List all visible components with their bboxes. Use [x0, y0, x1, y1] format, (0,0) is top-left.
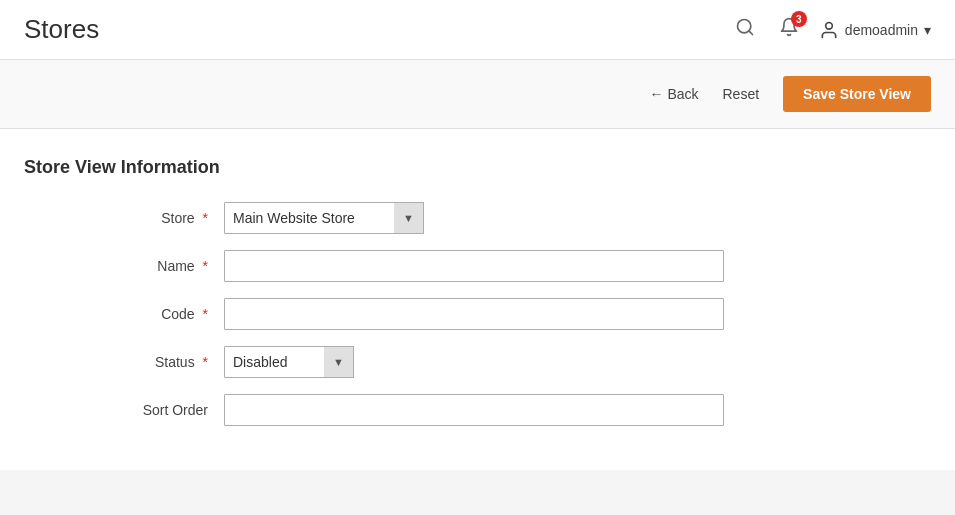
store-required-mark: * — [203, 210, 208, 226]
store-select[interactable]: Main Website Store — [224, 202, 424, 234]
code-field-row: Code * — [24, 298, 931, 330]
name-field-row: Name * — [24, 250, 931, 282]
store-field-row: Store * Main Website Store ▼ — [24, 202, 931, 234]
page-title: Stores — [24, 14, 99, 45]
search-button[interactable] — [731, 13, 759, 46]
notification-button[interactable]: 3 — [775, 13, 803, 46]
notification-badge: 3 — [791, 11, 807, 27]
status-field-row: Status * Disabled Enabled ▼ — [24, 346, 931, 378]
back-label: Back — [667, 86, 698, 102]
code-input[interactable] — [224, 298, 724, 330]
page-toolbar: ← Back Reset Save Store View — [0, 60, 955, 129]
sort-order-field-row: Sort Order — [24, 394, 931, 426]
header-actions: 3 demoadmin ▾ — [731, 13, 931, 46]
svg-line-1 — [749, 31, 753, 35]
name-input[interactable] — [224, 250, 724, 282]
user-name: demoadmin — [845, 22, 918, 38]
save-store-view-button[interactable]: Save Store View — [783, 76, 931, 112]
reset-button[interactable]: Reset — [715, 86, 768, 102]
reset-label: Reset — [723, 86, 760, 102]
store-field: Main Website Store ▼ — [224, 202, 724, 234]
back-button[interactable]: ← Back — [649, 86, 698, 102]
user-menu-button[interactable]: demoadmin ▾ — [819, 20, 931, 40]
sort-order-input[interactable] — [224, 394, 724, 426]
status-select[interactable]: Disabled Enabled — [224, 346, 354, 378]
name-field — [224, 250, 724, 282]
status-label: Status * — [24, 354, 224, 370]
back-arrow-icon: ← — [649, 86, 663, 102]
save-label: Save Store View — [803, 86, 911, 102]
store-label: Store * — [24, 210, 224, 226]
code-required-mark: * — [203, 306, 208, 322]
status-field: Disabled Enabled ▼ — [224, 346, 724, 378]
search-icon — [735, 17, 755, 37]
status-select-wrapper: Disabled Enabled ▼ — [224, 346, 354, 378]
svg-point-2 — [826, 22, 833, 29]
sort-order-label: Sort Order — [24, 402, 224, 418]
status-required-mark: * — [203, 354, 208, 370]
chevron-down-icon: ▾ — [924, 22, 931, 38]
page-content: Store View Information Store * Main Webs… — [0, 129, 955, 470]
code-field — [224, 298, 724, 330]
name-required-mark: * — [203, 258, 208, 274]
user-icon — [819, 20, 839, 40]
sort-order-field — [224, 394, 724, 426]
store-select-wrapper: Main Website Store ▼ — [224, 202, 424, 234]
code-label: Code * — [24, 306, 224, 322]
name-label: Name * — [24, 258, 224, 274]
section-title: Store View Information — [24, 157, 931, 178]
page-header: Stores 3 demoadmin ▾ — [0, 0, 955, 60]
